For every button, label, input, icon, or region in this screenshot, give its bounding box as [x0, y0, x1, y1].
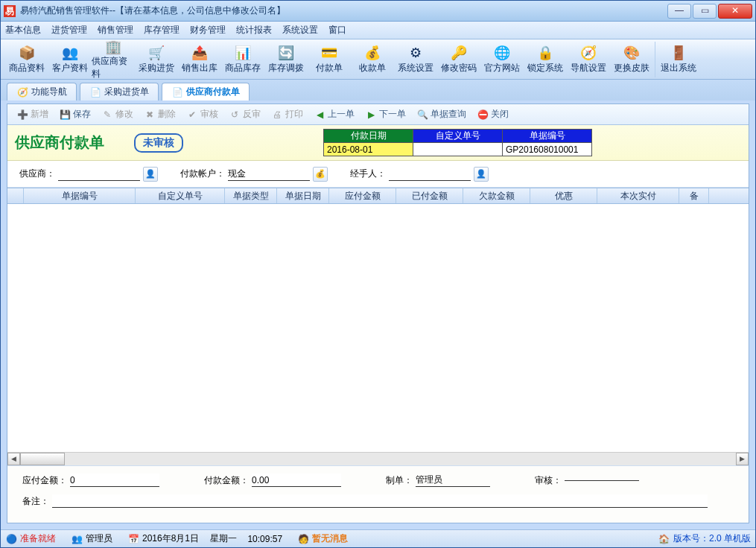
toolbar-icon: 📦 — [18, 44, 36, 62]
user-icon: 👥 — [71, 533, 83, 545]
menu-finance[interactable]: 财务管理 — [190, 24, 226, 36]
col-header[interactable]: 本次实付 — [597, 188, 679, 203]
menu-window[interactable]: 窗口 — [328, 24, 346, 36]
account-picker[interactable]: 💰 — [313, 167, 328, 182]
doc-info-table: 付款日期 自定义单号 单据编号 2016-08-01 GP20160801000… — [323, 129, 592, 156]
toolbar-icon: 🧭 — [579, 44, 597, 62]
handler-input[interactable] — [389, 168, 471, 181]
toolbar-icon: 🔑 — [450, 44, 468, 62]
bill-no-value: GP201608010001 — [503, 143, 592, 156]
scroll-right-arrow[interactable]: ▶ — [736, 453, 749, 465]
maximize-button[interactable]: ▭ — [693, 4, 717, 19]
tab-purchase-order[interactable]: 📄采购进货单 — [80, 83, 159, 101]
menu-purchase[interactable]: 进货管理 — [51, 24, 87, 36]
col-header[interactable]: 优惠 — [530, 188, 597, 203]
custom-no-value[interactable] — [413, 143, 503, 156]
save-button[interactable]: 💾保存 — [54, 106, 95, 123]
account-input[interactable] — [228, 168, 310, 181]
col-header[interactable]: 欠款金额 — [463, 188, 530, 203]
payamt-input[interactable] — [252, 474, 341, 487]
pay-date-value[interactable]: 2016-08-01 — [324, 143, 413, 156]
toolbar-icon: 👥 — [61, 44, 79, 62]
close-form-button[interactable]: ⛔关闭 — [472, 106, 513, 123]
col-header[interactable]: 备 — [679, 188, 709, 203]
status-weekday: 星期一 — [210, 532, 237, 545]
toolbar-icon: ⚙ — [407, 44, 425, 62]
unaudit-button[interactable]: ↺反审 — [224, 106, 265, 123]
print-button[interactable]: 🖨打印 — [267, 106, 308, 123]
close-button[interactable]: ✕ — [718, 4, 752, 19]
arrow-left-icon: ◀ — [314, 109, 325, 121]
toolbar-2[interactable]: 🏢供应商资料 — [92, 42, 135, 77]
arrow-right-icon: ▶ — [365, 109, 377, 121]
remark-input[interactable] — [52, 494, 708, 508]
grid-header: 单据编号自定义单号单据类型单据日期应付金额已付金额欠款金额优惠本次实付备 — [7, 188, 749, 204]
toolbar-8[interactable]: 💰收款单 — [351, 42, 394, 77]
app-icon: 易 — [4, 5, 16, 17]
toolbar-12[interactable]: 🔒锁定系统 — [524, 42, 567, 77]
status-icon: 🔵 — [5, 533, 17, 545]
doc-title: 供应商付款单 — [15, 133, 104, 153]
grid-body[interactable] — [7, 204, 749, 452]
menu-sales[interactable]: 销售管理 — [98, 24, 133, 36]
col-header[interactable]: 自定义单号 — [136, 188, 225, 203]
col-header[interactable]: 单据类型 — [225, 188, 277, 203]
supplier-input[interactable] — [58, 168, 140, 181]
minimize-button[interactable]: ― — [667, 4, 691, 19]
col-header[interactable]: 应付金额 — [329, 188, 396, 203]
audit-button[interactable]: ✔审核 — [182, 106, 223, 123]
scroll-left-arrow[interactable]: ◀ — [7, 453, 20, 465]
scroll-thumb[interactable] — [20, 453, 65, 465]
close-icon: ⛔ — [477, 109, 489, 121]
handler-picker[interactable]: 👤 — [474, 167, 489, 182]
toolbar-3[interactable]: 🛒采购进货 — [135, 42, 178, 77]
toolbar-14[interactable]: 🎨更换皮肤 — [610, 42, 653, 77]
col-header[interactable]: 已付金额 — [396, 188, 463, 203]
menu-system[interactable]: 系统设置 — [282, 24, 318, 36]
menu-reports[interactable]: 统计报表 — [236, 24, 272, 36]
toolbar-9[interactable]: ⚙系统设置 — [394, 42, 437, 77]
tab-navigation[interactable]: 🧭功能导航 — [7, 83, 77, 101]
search-icon: 🔍 — [416, 109, 428, 121]
auditor-value — [565, 480, 639, 481]
footer-form: 应付金额： 付款金额： 制单：管理员 审核： 备注： — [7, 465, 749, 523]
delete-icon: ✖ — [144, 109, 156, 121]
toolbar-7[interactable]: 💳付款单 — [308, 42, 351, 77]
audit-stamp: 未审核 — [134, 133, 183, 153]
prev-button[interactable]: ◀上一单 — [309, 106, 359, 123]
toolbar-13[interactable]: 🧭导航设置 — [567, 42, 610, 77]
toolbar-5[interactable]: 📊商品库存 — [221, 42, 264, 77]
query-button[interactable]: 🔍单据查询 — [412, 106, 471, 123]
main-toolbar: 📦商品资料👥客户资料🏢供应商资料🛒采购进货📤销售出库📊商品库存🔄库存调拨💳付款单… — [1, 39, 755, 80]
delete-button[interactable]: ✖删除 — [139, 106, 180, 123]
window-title: 易特汽配销售管理软件--【请在基本信息，公司信息中修改公司名】 — [20, 4, 667, 17]
edit-button[interactable]: ✎修改 — [97, 106, 138, 123]
toolbar-0[interactable]: 📦商品资料 — [5, 42, 48, 77]
calendar-icon: 📅 — [127, 533, 139, 545]
menubar: 基本信息 进货管理 销售管理 库存管理 财务管理 统计报表 系统设置 窗口 — [1, 22, 755, 39]
toolbar-15[interactable]: 🚪退出系统 — [657, 42, 700, 77]
toolbar-icon: 🔒 — [536, 44, 554, 62]
col-header[interactable]: 单据编号 — [24, 188, 136, 203]
col-header[interactable]: 单据日期 — [277, 188, 329, 203]
menu-basic[interactable]: 基本信息 — [5, 24, 41, 36]
statusbar: 🔵准备就绪 👥管理员 📅2016年8月1日 星期一 10:09:57 🧑暂无消息… — [1, 529, 755, 547]
new-button[interactable]: ➕新增 — [12, 106, 53, 123]
plus-icon: ➕ — [16, 109, 28, 121]
status-nomsg: 暂无消息 — [312, 532, 348, 545]
document-tabs: 🧭功能导航 📄采购进货单 📄供应商付款单 — [1, 80, 755, 101]
payable-input[interactable] — [70, 474, 159, 487]
nav-icon: 🧭 — [16, 86, 28, 98]
toolbar-10[interactable]: 🔑修改密码 — [437, 42, 480, 77]
status-version: 2.0 单机版 — [709, 533, 751, 544]
tab-supplier-payment[interactable]: 📄供应商付款单 — [162, 83, 250, 101]
toolbar-6[interactable]: 🔄库存调拨 — [264, 42, 308, 77]
toolbar-1[interactable]: 👥客户资料 — [48, 42, 92, 77]
next-button[interactable]: ▶下一单 — [360, 106, 410, 123]
toolbar-11[interactable]: 🌐官方网站 — [480, 42, 524, 77]
horizontal-scrollbar[interactable]: ◀ ▶ — [7, 452, 749, 465]
menu-inventory[interactable]: 库存管理 — [144, 24, 180, 36]
supplier-picker[interactable]: 👤 — [143, 167, 158, 182]
app-window: 易 易特汽配销售管理软件--【请在基本信息，公司信息中修改公司名】 ― ▭ ✕ … — [0, 0, 756, 548]
toolbar-4[interactable]: 📤销售出库 — [178, 42, 221, 77]
